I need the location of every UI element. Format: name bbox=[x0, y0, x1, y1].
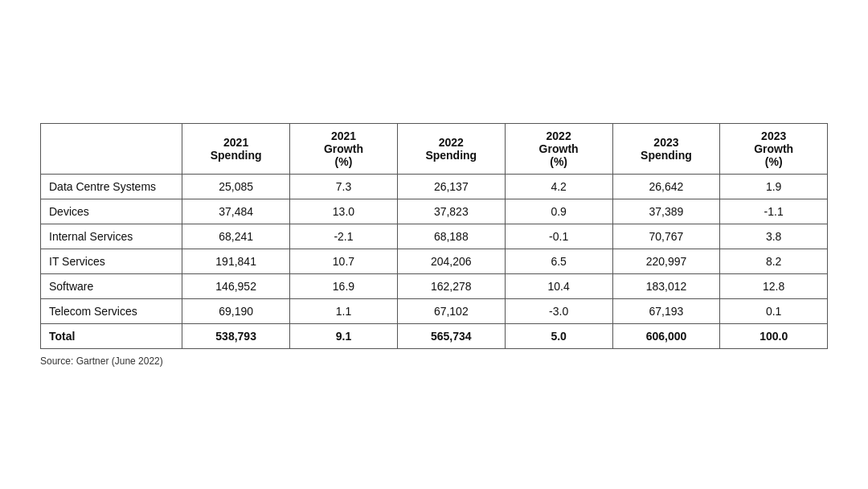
cell-category: Total bbox=[41, 323, 182, 348]
cell-value: 16.9 bbox=[290, 273, 398, 298]
cell-value: 5.0 bbox=[505, 323, 612, 348]
cell-value: 0.1 bbox=[720, 298, 828, 323]
cell-value: 67,102 bbox=[397, 298, 505, 323]
cell-value: 69,190 bbox=[182, 298, 290, 323]
header-2022-growth: 2022Growth(%) bbox=[505, 123, 612, 174]
cell-value: 183,012 bbox=[612, 273, 720, 298]
source-note: Source: Gartner (June 2022) bbox=[40, 355, 163, 367]
cell-value: 3.8 bbox=[720, 224, 828, 249]
cell-value: 1.9 bbox=[720, 174, 828, 199]
cell-value: 68,241 bbox=[182, 224, 290, 249]
table-row: Software146,95216.9162,27810.4183,01212.… bbox=[41, 273, 828, 298]
cell-value: 146,952 bbox=[182, 273, 290, 298]
cell-value: 204,206 bbox=[397, 249, 505, 273]
cell-value: 6.5 bbox=[505, 249, 612, 273]
cell-value: 606,000 bbox=[612, 323, 720, 348]
cell-category: Internal Services bbox=[41, 224, 182, 249]
cell-value: 565,734 bbox=[397, 323, 505, 348]
cell-value: 37,389 bbox=[612, 199, 720, 224]
cell-value: 191,841 bbox=[182, 249, 290, 273]
table-row: IT Services191,84110.7204,2066.5220,9978… bbox=[41, 249, 828, 273]
data-table: 2021Spending 2021Growth(%) 2022Spending … bbox=[40, 123, 828, 349]
cell-value: 7.3 bbox=[290, 174, 398, 199]
cell-category: Devices bbox=[41, 199, 182, 224]
cell-value: 8.2 bbox=[720, 249, 828, 273]
cell-value: 67,193 bbox=[612, 298, 720, 323]
page-wrapper: 2021Spending 2021Growth(%) 2022Spending … bbox=[0, 0, 868, 489]
cell-value: 70,767 bbox=[612, 224, 720, 249]
cell-value: -2.1 bbox=[290, 224, 398, 249]
header-category bbox=[41, 123, 182, 174]
cell-category: Telecom Services bbox=[41, 298, 182, 323]
header-2021-growth: 2021Growth(%) bbox=[290, 123, 398, 174]
table-row: Total538,7939.1565,7345.0606,000100.0 bbox=[41, 323, 828, 348]
cell-value: 4.2 bbox=[505, 174, 612, 199]
header-2023-spending: 2023Spending bbox=[612, 123, 720, 174]
table-row: Devices37,48413.037,8230.937,389-1.1 bbox=[41, 199, 828, 224]
cell-category: IT Services bbox=[41, 249, 182, 273]
cell-value: 12.8 bbox=[720, 273, 828, 298]
table-row: Telecom Services69,1901.167,102-3.067,19… bbox=[41, 298, 828, 323]
cell-value: 9.1 bbox=[290, 323, 398, 348]
header-2023-growth: 2023Growth(%) bbox=[720, 123, 828, 174]
cell-value: 37,823 bbox=[397, 199, 505, 224]
cell-value: 37,484 bbox=[182, 199, 290, 224]
cell-value: 25,085 bbox=[182, 174, 290, 199]
cell-value: 0.9 bbox=[505, 199, 612, 224]
cell-category: Software bbox=[41, 273, 182, 298]
cell-value: 10.4 bbox=[505, 273, 612, 298]
table-row: Internal Services68,241-2.168,188-0.170,… bbox=[41, 224, 828, 249]
cell-value: 538,793 bbox=[182, 323, 290, 348]
cell-value: 13.0 bbox=[290, 199, 398, 224]
cell-value: 10.7 bbox=[290, 249, 398, 273]
cell-value: -0.1 bbox=[505, 224, 612, 249]
cell-value: 1.1 bbox=[290, 298, 398, 323]
cell-value: 26,642 bbox=[612, 174, 720, 199]
header-row: 2021Spending 2021Growth(%) 2022Spending … bbox=[41, 123, 828, 174]
cell-value: 162,278 bbox=[397, 273, 505, 298]
table-container: 2021Spending 2021Growth(%) 2022Spending … bbox=[40, 123, 828, 349]
cell-value: -3.0 bbox=[505, 298, 612, 323]
cell-value: 220,997 bbox=[612, 249, 720, 273]
header-2022-spending: 2022Spending bbox=[397, 123, 505, 174]
table-row: Data Centre Systems25,0857.326,1374.226,… bbox=[41, 174, 828, 199]
cell-value: 100.0 bbox=[720, 323, 828, 348]
cell-value: 68,188 bbox=[397, 224, 505, 249]
cell-category: Data Centre Systems bbox=[41, 174, 182, 199]
cell-value: 26,137 bbox=[397, 174, 505, 199]
header-2021-spending: 2021Spending bbox=[182, 123, 290, 174]
cell-value: -1.1 bbox=[720, 199, 828, 224]
